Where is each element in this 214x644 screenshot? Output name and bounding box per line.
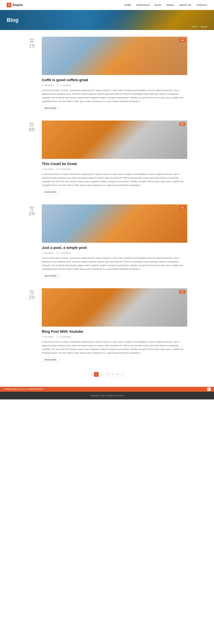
post-tag: img bbox=[179, 206, 185, 210]
logo[interactable]: E Expire bbox=[7, 3, 23, 7]
logo-text: Expire bbox=[13, 3, 23, 7]
author-icon bbox=[42, 168, 44, 170]
post-meta: By Author 1 Comments bbox=[42, 252, 187, 254]
post-author: By Author bbox=[42, 252, 54, 254]
comment-icon bbox=[56, 336, 59, 338]
nav-link-about-us[interactable]: ABOUT US bbox=[179, 4, 191, 6]
post-body: img Coffe is good coffeis great By Autho… bbox=[42, 37, 187, 110]
blog-post-4: 2014 JUN 29 img Blog Post With Youtube B… bbox=[27, 288, 187, 362]
comments-label: 5 Comments bbox=[60, 168, 71, 170]
post-author: By Author bbox=[42, 336, 54, 338]
svg-rect-3 bbox=[57, 168, 59, 170]
post-image-bg bbox=[42, 204, 187, 243]
footer-copyright: Copyright ©2015 All rights Reserved | bbox=[90, 394, 124, 397]
author-icon bbox=[42, 252, 44, 254]
post-image: img bbox=[42, 120, 187, 159]
post-day: 19 bbox=[27, 43, 37, 48]
comments-label: 1 Comments bbox=[60, 336, 71, 338]
posts-list: 2014 SEP 19 img Coffe is good coffeis gr… bbox=[27, 37, 187, 362]
post-comments: 1 Comments bbox=[56, 252, 71, 254]
pagination-prev[interactable]: « bbox=[89, 372, 93, 377]
read-more-button[interactable]: READ MORE bbox=[42, 358, 60, 362]
page-number-5[interactable]: 5 bbox=[115, 372, 120, 377]
author-label: By Author bbox=[45, 84, 54, 86]
svg-point-6 bbox=[42, 336, 43, 337]
page-number-3[interactable]: 3 bbox=[105, 372, 109, 377]
blog-post-3: 2014 JUN 29 img Just a post, a simple po… bbox=[27, 204, 187, 278]
comment-icon bbox=[56, 252, 59, 254]
post-excerpt: Lorem ipsum dolor sit amet, consectetur … bbox=[42, 256, 187, 271]
post-tag: img bbox=[179, 290, 185, 294]
footer: Copyright ©2015 All rights Reserved | bbox=[0, 392, 214, 400]
comment-icon bbox=[56, 84, 59, 86]
post-meta: By Author 2 Comments bbox=[42, 84, 187, 86]
post-date: 2014 JUN 29 bbox=[27, 288, 37, 362]
nav-link-home[interactable]: HOME bbox=[124, 4, 131, 6]
post-year: 2014 bbox=[27, 122, 37, 124]
page-number-2[interactable]: 2 bbox=[99, 372, 104, 377]
post-body: img Just a post, a simple post By Author bbox=[42, 204, 187, 278]
post-tag: img bbox=[179, 122, 185, 126]
svg-rect-1 bbox=[57, 84, 59, 86]
post-title: Coffe is good coffeis great bbox=[42, 78, 187, 82]
navigation: E Expire HOMEPORTFOLIOBLOGPAGESABOUT USC… bbox=[0, 0, 214, 10]
author-label: By Author bbox=[45, 252, 54, 254]
post-image-bg bbox=[42, 37, 187, 75]
author-label: By Author bbox=[45, 168, 54, 170]
post-author: By Author bbox=[42, 168, 54, 170]
nav-links: HOMEPORTFOLIOBLOGPAGESABOUT USCONTACT bbox=[124, 4, 207, 6]
post-tag: img bbox=[179, 39, 185, 42]
breadcrumb-home[interactable]: HOME bbox=[191, 26, 198, 28]
comment-icon bbox=[56, 168, 59, 170]
pagination: « 12345 » bbox=[27, 372, 187, 377]
footer-bar-text: 访问网站优化教程:xiao.jiao.com免费下载密码内E bbox=[3, 388, 43, 390]
post-image: img bbox=[42, 37, 187, 75]
post-comments: 5 Comments bbox=[56, 168, 71, 170]
logo-icon: E bbox=[7, 3, 11, 7]
page-number-1[interactable]: 1 bbox=[94, 372, 99, 377]
breadcrumb-current: BLOG bbox=[201, 26, 207, 28]
post-author: By Author bbox=[42, 84, 54, 86]
nav-link-portfolio[interactable]: PORTFOLIO bbox=[136, 4, 150, 6]
main-content: 2014 SEP 19 img Coffe is good coffeis gr… bbox=[23, 30, 191, 387]
page-title: Blog bbox=[7, 17, 19, 23]
post-year: 2014 bbox=[27, 206, 37, 208]
post-title: Just a post, a simple post bbox=[42, 246, 187, 250]
post-meta: By Author 5 Comments bbox=[42, 168, 187, 170]
svg-point-2 bbox=[42, 168, 43, 169]
post-day: 09 bbox=[27, 127, 37, 132]
nav-link-contact[interactable]: CONTACT bbox=[196, 4, 207, 6]
read-more-button[interactable]: READ MORE bbox=[42, 190, 60, 194]
post-day: 29 bbox=[27, 294, 37, 300]
nav-link-blog[interactable]: BLOG bbox=[155, 4, 161, 6]
blog-post-1: 2014 SEP 19 img Coffe is good coffeis gr… bbox=[27, 37, 187, 110]
page-numbers: 12345 bbox=[94, 372, 120, 377]
post-year: 2014 bbox=[27, 290, 37, 292]
svg-rect-5 bbox=[57, 252, 59, 254]
post-excerpt: Lorem ipsum dolor sit amet, consectetur … bbox=[42, 88, 187, 103]
footer-logo: E bbox=[207, 388, 211, 391]
breadcrumb: HOME > BLOG bbox=[191, 26, 207, 28]
pagination-next[interactable]: » bbox=[121, 372, 125, 377]
comments-label: 2 Comments bbox=[60, 84, 71, 86]
svg-point-0 bbox=[42, 84, 43, 85]
post-body: img Blog Post With Youtube By Author bbox=[42, 288, 187, 362]
post-comments: 2 Comments bbox=[56, 84, 71, 86]
read-more-button[interactable]: READ MORE bbox=[42, 106, 60, 110]
svg-point-4 bbox=[42, 252, 43, 253]
post-meta: By Author 1 Comments bbox=[42, 336, 187, 338]
post-comments: 1 Comments bbox=[56, 336, 71, 338]
post-image: img bbox=[42, 288, 187, 326]
post-date: 2014 SEP 19 bbox=[27, 37, 37, 110]
nav-link-pages[interactable]: PAGES bbox=[166, 4, 174, 6]
footer-bar: 访问网站优化教程:xiao.jiao.com免费下载密码内E E bbox=[0, 387, 214, 392]
breadcrumb-separator: > bbox=[199, 26, 201, 28]
post-excerpt: Lorem ipsum dolor sit amet, consectetur … bbox=[42, 340, 187, 355]
page-number-4[interactable]: 4 bbox=[110, 372, 115, 377]
post-excerpt: Lorem ipsum dolor sit amet, consectetur … bbox=[42, 172, 187, 187]
read-more-button[interactable]: READ MORE bbox=[42, 274, 60, 278]
post-body: img This Could be Great By Author 5 C bbox=[42, 120, 187, 194]
author-icon bbox=[42, 84, 44, 86]
post-title: Blog Post With Youtube bbox=[42, 329, 187, 334]
post-date: 2014 JUN 29 bbox=[27, 204, 37, 278]
